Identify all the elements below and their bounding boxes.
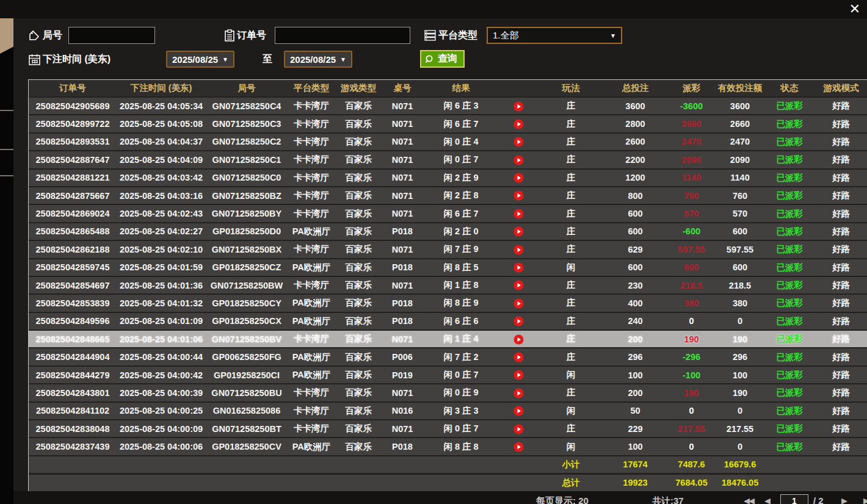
cell-play-type: 庄	[538, 226, 604, 237]
cell-platform: PA欧洲厅	[288, 351, 335, 363]
table-row[interactable]: 250825042849596 2025-08-25 04:01:09 GP01…	[29, 313, 867, 329]
next-page-icon[interactable]: ▶	[841, 494, 846, 504]
play-icon[interactable]	[513, 424, 524, 434]
cell-game-no: GN071258250BW	[206, 281, 288, 290]
table-row[interactable]: 250825042853839 2025-08-25 04:01:32 GP01…	[29, 295, 867, 311]
cell-platform: 卡卡湾厅	[288, 136, 335, 148]
per-page-label: 每页显示: 20	[536, 494, 589, 504]
cell-bet-time: 2025-08-25 04:04:09	[117, 155, 206, 165]
play-icon[interactable]	[513, 155, 524, 165]
cell-total-bet: 600	[604, 262, 667, 272]
total-valid-bet: 18476.05	[716, 478, 764, 488]
play-icon[interactable]	[513, 226, 524, 237]
table-row[interactable]: 250825042862188 2025-08-25 04:02:10 GN07…	[29, 241, 867, 257]
cell-bet-time: 2025-08-25 04:03:42	[117, 173, 206, 182]
cell-game-no: GN071258250BV	[206, 334, 288, 344]
cell-valid-bet: 217.55	[716, 424, 764, 434]
date-to-select[interactable]: 2025/08/25 ▼	[284, 51, 352, 68]
cell-payout: 570	[667, 209, 716, 218]
table-row[interactable]: 250825042859745 2025-08-25 04:01:59 GP01…	[29, 259, 867, 276]
cell-order-id: 250825042844904	[29, 352, 117, 362]
play-icon[interactable]	[513, 334, 524, 345]
table-row[interactable]: 250825042838048 2025-08-25 04:00:09 GN07…	[29, 420, 867, 437]
table-row[interactable]: 250825042854697 2025-08-25 04:01:36 GN07…	[29, 277, 867, 293]
table-row[interactable]: 250825042875667 2025-08-25 04:03:16 GN07…	[29, 187, 867, 204]
page-total-label: / 2	[813, 494, 824, 504]
cell-bet-time: 2025-08-25 04:02:27	[117, 226, 206, 236]
play-icon[interactable]	[513, 209, 524, 219]
cell-status: 已派彩	[764, 423, 815, 434]
cell-game-no: GN01625825086	[206, 406, 288, 416]
cell-game-mode: 好路	[815, 369, 867, 381]
cell-table-no: P018	[382, 226, 423, 236]
cell-replay	[499, 101, 538, 112]
cell-total-bet: 2600	[604, 137, 667, 146]
first-page-icon[interactable]: ◀◀	[744, 494, 753, 504]
col-header: 玩法	[538, 82, 604, 94]
play-icon[interactable]	[513, 245, 524, 255]
cell-order-id: 250825042837439	[29, 442, 117, 452]
table-row[interactable]: 250825042843801 2025-08-25 04:00:39 GN07…	[29, 384, 867, 401]
game-no-label: 局号	[43, 27, 62, 44]
table-row[interactable]: 250825042844904 2025-08-25 04:00:44 GP00…	[29, 348, 867, 365]
game-no-input[interactable]	[68, 27, 155, 44]
cell-table-no: N071	[382, 155, 423, 165]
play-icon[interactable]	[513, 316, 524, 326]
close-icon[interactable]: ✕	[847, 1, 863, 18]
play-icon[interactable]	[513, 137, 524, 147]
play-icon[interactable]	[513, 280, 524, 290]
table-row[interactable]: 250825042841102 2025-08-25 04:00:25 GN01…	[29, 403, 867, 419]
cell-total-bet: 3600	[604, 101, 667, 111]
page-number-input[interactable]: 1	[780, 494, 808, 504]
play-icon[interactable]	[513, 406, 524, 416]
play-icon[interactable]	[513, 119, 524, 129]
cell-game-type: 百家乐	[335, 297, 382, 309]
cell-bet-time: 2025-08-25 04:04:37	[117, 137, 206, 146]
cell-result: 闲 0 庄 7	[423, 369, 499, 381]
table-row[interactable]: 250825042893531 2025-08-25 04:04:37 GN07…	[29, 134, 867, 150]
table-row[interactable]: 250825042881221 2025-08-25 04:03:42 GN07…	[29, 170, 867, 186]
order-no-input[interactable]	[275, 27, 410, 44]
table-row[interactable]: 250825042848665 2025-08-25 04:01:06 GN07…	[29, 331, 867, 347]
table-row[interactable]: 250825042844279 2025-08-25 04:00:42 GP01…	[29, 367, 867, 383]
cell-payout: -3600	[667, 101, 716, 111]
cell-status: 已派彩	[764, 190, 815, 201]
col-header: 桌号	[382, 82, 423, 94]
play-icon[interactable]	[513, 370, 524, 380]
play-icon[interactable]	[513, 190, 524, 201]
table-row[interactable]: 250825042865488 2025-08-25 04:02:27 GP01…	[29, 223, 867, 240]
cell-table-no: P018	[382, 298, 423, 308]
last-page-icon[interactable]: ▶▶	[863, 494, 867, 504]
play-icon[interactable]	[513, 173, 524, 183]
play-icon[interactable]	[513, 101, 524, 112]
cell-game-mode: 好路	[815, 351, 867, 363]
table-row[interactable]: 250825042887647 2025-08-25 04:04:09 GN07…	[29, 151, 867, 168]
play-icon[interactable]	[513, 442, 524, 452]
cell-bet-time: 2025-08-25 04:00:39	[117, 388, 206, 398]
cell-platform: 卡卡湾厅	[288, 405, 335, 417]
table-row[interactable]: 250825042899722 2025-08-25 04:05:08 GN07…	[29, 115, 867, 132]
cell-game-type: 百家乐	[335, 351, 382, 363]
play-icon[interactable]	[513, 388, 524, 398]
subtotal-total-bet: 17674	[604, 459, 667, 469]
bet-time-label: 下注时间 (美东)	[43, 51, 111, 68]
subtotal-label: 小计	[538, 459, 604, 470]
date-from-select[interactable]: 2025/08/25 ▼	[166, 51, 234, 68]
cell-game-no: GN071258250BU	[206, 388, 288, 398]
platform-type-select[interactable]: 1.全部 ▼	[487, 27, 622, 44]
prev-page-icon[interactable]: ◀	[764, 494, 769, 504]
cell-result: 闲 6 庄 7	[423, 208, 499, 220]
cell-game-no: GP019258250CI	[206, 370, 288, 380]
play-icon[interactable]	[513, 262, 524, 273]
cell-game-type: 百家乐	[335, 423, 382, 434]
play-icon[interactable]	[513, 352, 524, 362]
table-row[interactable]: 250825042905689 2025-08-25 04:05:34 GN07…	[29, 98, 867, 114]
cell-valid-bet: 2090	[716, 155, 764, 165]
table-row[interactable]: 250825042869024 2025-08-25 04:02:43 GN07…	[29, 205, 867, 221]
query-button[interactable]: 查询	[420, 50, 465, 68]
cell-order-id: 250825042838048	[29, 424, 117, 434]
cell-payout: 597.55	[667, 245, 716, 254]
play-icon[interactable]	[513, 298, 524, 309]
cell-play-type: 闲	[538, 369, 604, 381]
table-row[interactable]: 250825042837439 2025-08-25 04:00:06 GP01…	[29, 438, 867, 455]
